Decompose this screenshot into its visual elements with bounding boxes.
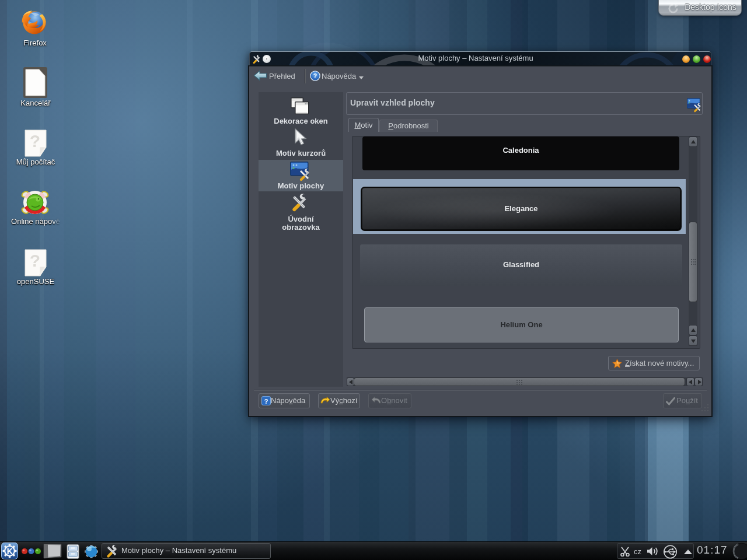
svg-text:K: K xyxy=(7,547,13,556)
svg-text:?: ? xyxy=(30,131,40,150)
svg-text:?: ? xyxy=(264,398,268,405)
svg-text:?: ? xyxy=(313,72,317,79)
svg-text:?: ? xyxy=(30,251,40,270)
